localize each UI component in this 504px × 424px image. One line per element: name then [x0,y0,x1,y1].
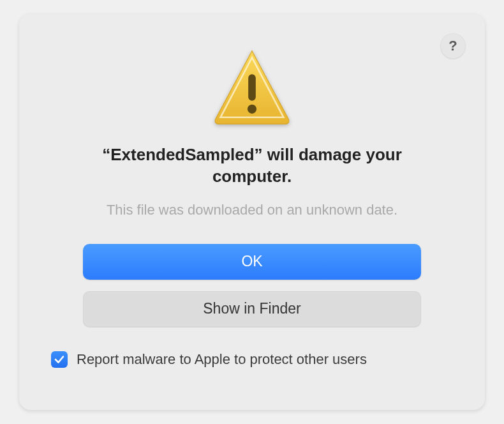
ok-button[interactable]: OK [83,244,421,280]
dialog-title: “ExtendedSampled” will damage your compu… [73,144,431,188]
report-checkbox-label: Report malware to Apple to protect other… [77,351,367,368]
help-button[interactable]: ? [440,33,466,59]
checkmark-icon [54,354,65,365]
report-checkbox-row: Report malware to Apple to protect other… [51,351,367,368]
warning-icon [211,46,293,129]
help-icon: ? [448,38,457,54]
svg-point-1 [248,105,256,114]
svg-rect-0 [248,74,256,101]
dialog-subtitle: This file was downloaded on an unknown d… [107,202,397,218]
button-stack: OK Show in Finder [83,244,421,327]
show-in-finder-button[interactable]: Show in Finder [83,291,421,327]
alert-dialog: ? “ExtendedSampled” will damage your com… [19,14,485,410]
report-checkbox[interactable] [51,351,68,368]
